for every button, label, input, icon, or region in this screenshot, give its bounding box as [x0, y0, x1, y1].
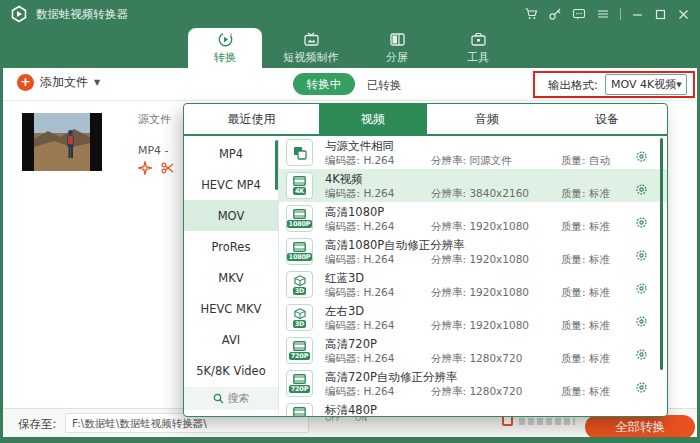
sidebar-item-5k8k[interactable]: 5K/8K Video	[184, 355, 278, 386]
tab-convert-label: 转换	[214, 50, 236, 65]
clipped-option-text	[519, 418, 575, 425]
format-quality: 质量: 标准	[561, 286, 610, 300]
format-row-720p-auto[interactable]: 720P 高清720P自动修正分辨率 编码器: H.264 分辨率: 1280x…	[279, 367, 667, 400]
app-logo-icon	[10, 5, 28, 23]
format-title: 高清1080P自动修正分辨率	[325, 238, 465, 253]
split-screen-icon	[389, 31, 406, 48]
maximize-icon[interactable]	[654, 8, 667, 21]
format-title: 4K视频	[325, 172, 363, 187]
converting-tab[interactable]: 转换中	[293, 73, 355, 95]
format-quality: 质量: 标准	[561, 352, 610, 366]
tab-tools-label: 工具	[467, 50, 489, 65]
feedback-icon[interactable]	[572, 7, 586, 21]
format-row-480p[interactable]: 480P 标清480P	[279, 400, 667, 417]
sidebar-item-prores[interactable]: ProRes	[184, 231, 278, 262]
gear-icon[interactable]	[635, 313, 648, 332]
format-encoder: 编码器: H.264	[325, 253, 394, 267]
format-badge: 1080P	[287, 220, 313, 228]
short-video-icon	[303, 31, 320, 48]
key-icon[interactable]	[548, 7, 562, 21]
format-row-1080p-auto[interactable]: 1080P 高清1080P自动修正分辨率 编码器: H.264 分辨率: 192…	[279, 235, 667, 268]
format-title: 左右3D	[325, 304, 364, 319]
close-icon[interactable]	[677, 8, 690, 21]
format-list-scrollbar[interactable]	[660, 138, 663, 370]
panel-tab-audio[interactable]: 音频	[427, 104, 547, 134]
window-border-left	[0, 68, 3, 443]
format-row-same-as-source[interactable]: 与源文件相同 编码器: H.264 分辨率: 同源文件 质量: 自动	[279, 136, 667, 169]
format-badge: 3D	[293, 320, 307, 328]
sidebar-item-mov[interactable]: MOV	[184, 200, 278, 231]
panel-tab-recent[interactable]: 最近使用	[184, 104, 319, 134]
format-title: 标清480P	[325, 403, 377, 417]
sidebar-item-hevc-mkv[interactable]: HEVC MKV	[184, 293, 278, 324]
app-title: 数据蛙视频转换器	[36, 7, 128, 22]
menu-icon[interactable]	[596, 7, 610, 21]
tab-short-video[interactable]: 短视频制作	[268, 28, 354, 68]
search-button[interactable]: 搜索	[184, 387, 278, 410]
format-row-1080p[interactable]: 1080P 高清1080P 编码器: H.264 分辨率: 1920x1080 …	[279, 202, 667, 235]
effect-star-icon[interactable]	[138, 161, 152, 175]
format-resolution: 分辨率: 同源文件	[431, 154, 511, 168]
gear-icon[interactable]	[635, 247, 648, 266]
format-row-redblue-3d[interactable]: 3D 红蓝3D 编码器: H.264 分辨率: 1920x1080 质量: 标准	[279, 268, 667, 301]
cube-3d-icon: 3D	[286, 304, 313, 331]
sidebar-item-hevc-mp4[interactable]: HEVC MP4	[184, 169, 278, 200]
panel-tab-device[interactable]: 设备	[547, 104, 667, 134]
film-icon: 480P	[286, 403, 313, 417]
format-title: 高清1080P	[325, 205, 384, 220]
format-badge: 1080P	[287, 253, 313, 261]
gear-icon[interactable]	[635, 214, 648, 233]
format-quality: 质量: 标准	[561, 187, 610, 201]
titlebar: 数据蛙视频转换器	[0, 0, 700, 28]
dropdown-caret-icon: ▼	[676, 81, 681, 89]
cart-icon[interactable]	[524, 7, 538, 21]
format-resolution: 分辨率: 1920x1080	[431, 319, 529, 333]
format-badge: 3D	[293, 287, 307, 295]
converted-tab[interactable]: 已转换	[367, 78, 402, 93]
tab-split-screen-label: 分屏	[386, 50, 408, 65]
tab-tools[interactable]: 工具	[440, 28, 516, 68]
format-resolution: 分辨率: 1280x720	[431, 385, 522, 399]
sidebar-item-mkv[interactable]: MKV	[184, 262, 278, 293]
format-sidebar: MP4 HEVC MP4 MOV ProRes MKV HEVC MKV AVI…	[184, 136, 279, 414]
film-icon: 720P	[286, 337, 313, 364]
format-row-leftright-3d[interactable]: 3D 左右3D 编码器: H.264 分辨率: 1920x1080 质量: 标准	[279, 301, 667, 334]
tab-convert[interactable]: 转换	[188, 28, 262, 68]
format-encoder: 编码器: H.264	[325, 385, 394, 399]
format-encoder: 编码器: H.264	[325, 319, 394, 333]
convert-all-button[interactable]: 全部转换	[585, 415, 695, 439]
format-quality: 质量: 标准	[561, 220, 610, 234]
output-format-dropdown[interactable]: MOV 4K视频 ▼	[605, 74, 687, 95]
minimize-icon[interactable]	[631, 8, 644, 21]
file-format-label: MP4 -	[138, 144, 169, 157]
video-thumbnail[interactable]	[22, 113, 102, 171]
copy-icon	[286, 139, 313, 166]
format-row-4k[interactable]: 4K 4K视频 编码器: H.264 分辨率: 3840x2160 质量: 标准	[279, 169, 667, 202]
gear-icon[interactable]	[635, 148, 648, 167]
gear-icon[interactable]	[635, 346, 648, 365]
add-file-button[interactable]: + 添加文件 ▼	[17, 74, 100, 91]
format-quality: 质量: 标准	[561, 253, 610, 267]
format-quality: 质量: 标准	[561, 385, 610, 399]
source-file-label: 源文件	[138, 112, 171, 127]
sidebar-scrollbar[interactable]	[275, 140, 278, 190]
format-badge: 720P	[289, 352, 311, 360]
tab-split-screen[interactable]: 分屏	[362, 28, 432, 68]
format-resolution: 分辨率: 1920x1080	[431, 286, 529, 300]
format-row-720p[interactable]: 720P 高清720P 编码器: H.264 分辨率: 1280x720 质量:…	[279, 334, 667, 367]
format-title: 与源文件相同	[325, 139, 394, 154]
thumbnail-image	[34, 113, 90, 171]
output-format-label: 输出格式:	[548, 78, 598, 93]
panel-tab-video[interactable]: 视频	[319, 104, 427, 134]
gear-icon[interactable]	[635, 379, 648, 398]
format-title: 高清720P	[325, 337, 377, 352]
film-icon: 4K	[286, 172, 313, 199]
gear-icon[interactable]	[635, 280, 648, 299]
gear-icon[interactable]	[635, 181, 648, 200]
output-format-value: MOV 4K视频	[611, 77, 676, 92]
sidebar-item-avi[interactable]: AVI	[184, 324, 278, 355]
scissors-icon[interactable]	[161, 161, 175, 175]
sidebar-item-mp4[interactable]: MP4	[184, 138, 278, 169]
film-icon: 1080P	[286, 238, 313, 265]
save-to-label: 保存至:	[18, 417, 56, 432]
